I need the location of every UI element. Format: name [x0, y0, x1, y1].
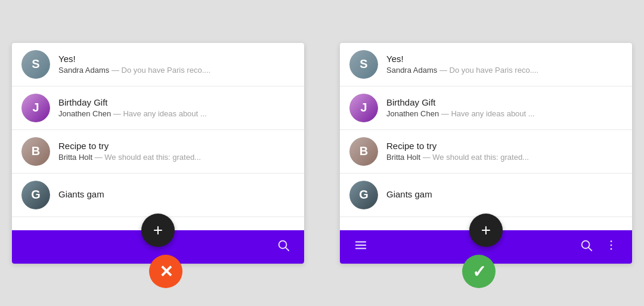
email-meta-3-right: Britta Holt — We should eat this: grated…: [386, 153, 623, 162]
left-phone-panel: S Yes! Sandra Adams — Do you have Paris …: [12, 43, 304, 264]
avatar-giants-left: G: [21, 181, 50, 209]
email-content-1-right: Yes! Sandra Adams — Do you have Paris re…: [386, 54, 623, 75]
email-meta-2-left: Jonathen Chen — Have any ideas about ...: [58, 109, 295, 118]
email-item-4-right[interactable]: G Giants gam: [340, 174, 632, 217]
email-subject-4-left: Giants gam: [58, 189, 295, 199]
email-item-4-left[interactable]: G Giants gam: [12, 174, 304, 217]
email-subject-1-left: Yes!: [58, 54, 295, 64]
email-item-2-right[interactable]: J Birthday Gift Jonathen Chen — Have any…: [340, 86, 632, 130]
email-subject-2-left: Birthday Gift: [58, 97, 295, 107]
avatar-britta-right: B: [349, 137, 378, 166]
email-content-4-left: Giants gam: [58, 189, 295, 201]
svg-line-1: [286, 248, 289, 251]
search-icon-left[interactable]: [272, 234, 295, 259]
email-item-1-right[interactable]: S Yes! Sandra Adams — Do you have Paris …: [340, 43, 632, 86]
email-subject-2-right: Birthday Gift: [386, 97, 623, 107]
email-meta-3-left: Britta Holt — We should eat this: grated…: [58, 153, 295, 162]
svg-point-8: [611, 245, 612, 246]
email-content-2-left: Birthday Gift Jonathen Chen — Have any i…: [58, 97, 295, 118]
email-subject-4-right: Giants gam: [386, 189, 623, 199]
avatar-britta-left: B: [21, 137, 50, 166]
email-item-3-right[interactable]: B Recipe to try Britta Holt — We should …: [340, 130, 632, 174]
avatar-sandra-right: S: [349, 50, 378, 79]
bad-result-indicator: ✕: [149, 255, 182, 288]
right-phone-panel: S Yes! Sandra Adams — Do you have Paris …: [340, 43, 632, 264]
avatar-giants-right: G: [349, 181, 378, 209]
email-subject-3-right: Recipe to try: [386, 141, 623, 151]
email-content-2-right: Birthday Gift Jonathen Chen — Have any i…: [386, 97, 623, 118]
email-list-right: S Yes! Sandra Adams — Do you have Paris …: [340, 43, 632, 230]
email-item-3-left[interactable]: B Recipe to try Britta Holt — We should …: [12, 130, 304, 174]
email-subject-3-left: Recipe to try: [58, 141, 295, 151]
search-icon-right[interactable]: [575, 234, 597, 259]
avatar-sandra-left: S: [21, 50, 50, 79]
svg-point-7: [611, 240, 612, 242]
email-content-3-left: Recipe to try Britta Holt — We should ea…: [58, 141, 295, 162]
fab-right[interactable]: +: [469, 214, 503, 247]
svg-line-6: [589, 248, 592, 251]
bar-icons-right: [575, 234, 623, 259]
email-item-1-left[interactable]: S Yes! Sandra Adams — Do you have Paris …: [12, 43, 304, 86]
good-result-indicator: ✓: [462, 255, 496, 288]
more-icon-right[interactable]: [600, 234, 623, 259]
email-meta-1-left: Sandra Adams — Do you have Paris reco...…: [58, 66, 295, 75]
email-list-left: S Yes! Sandra Adams — Do you have Paris …: [12, 43, 304, 230]
email-subject-1-right: Yes!: [386, 54, 623, 64]
email-meta-1-right: Sandra Adams — Do you have Paris reco...…: [386, 66, 623, 75]
menu-icon-right[interactable]: [349, 234, 372, 259]
fab-left[interactable]: +: [141, 214, 175, 247]
avatar-jonathen-right: J: [349, 94, 378, 122]
email-item-2-left[interactable]: J Birthday Gift Jonathen Chen — Have any…: [12, 86, 304, 130]
email-content-3-right: Recipe to try Britta Holt — We should ea…: [386, 141, 623, 162]
svg-point-9: [611, 248, 612, 250]
email-content-4-right: Giants gam: [386, 189, 623, 201]
email-meta-2-right: Jonathen Chen — Have any ideas about ...: [386, 109, 623, 118]
email-content-1-left: Yes! Sandra Adams — Do you have Paris re…: [58, 54, 295, 75]
avatar-jonathen-left: J: [21, 94, 50, 122]
